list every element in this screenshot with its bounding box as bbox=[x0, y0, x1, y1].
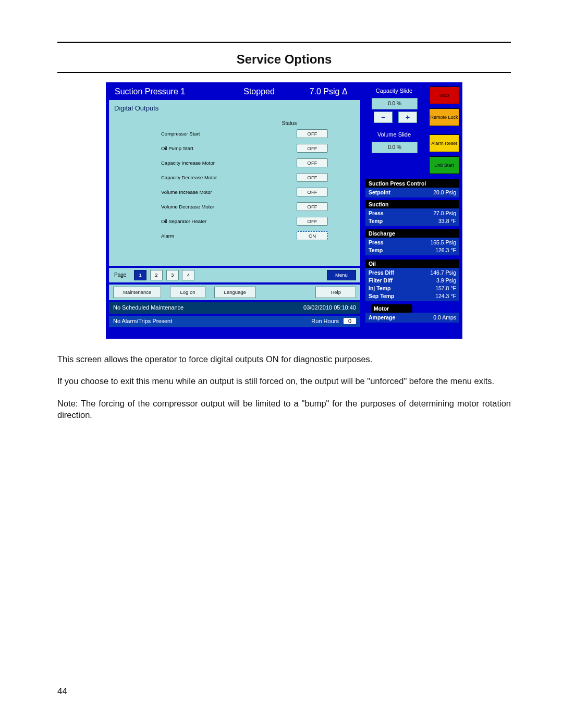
output-toggle[interactable]: OFF bbox=[297, 217, 328, 226]
discharge-header: Discharge bbox=[365, 229, 459, 238]
page-button-3[interactable]: 3 bbox=[166, 270, 179, 280]
runhours-value: 0 bbox=[344, 318, 356, 324]
body-paragraph-2: If you choose to exit this menu while an… bbox=[57, 375, 511, 387]
status-column-header: Status bbox=[268, 120, 310, 129]
volume-slide-value: 0.0 % bbox=[372, 142, 418, 153]
spc-body: Setpoint20.0 Psig bbox=[365, 188, 459, 198]
output-toggle[interactable]: ON bbox=[297, 231, 328, 240]
page-button-2[interactable]: 2 bbox=[150, 270, 163, 280]
output-toggle[interactable]: OFF bbox=[297, 158, 328, 167]
output-label: Oil Pump Start bbox=[109, 145, 291, 151]
motor-header: Motor bbox=[371, 304, 412, 313]
topbar-left: Suction Pressure 1 bbox=[109, 84, 224, 99]
output-label: Capacity Increase Motor bbox=[109, 160, 291, 166]
page-button-1[interactable]: 1 bbox=[134, 270, 146, 280]
topbar-reading: 7.0 Psig Δ bbox=[295, 84, 362, 99]
output-label: Alarm bbox=[109, 233, 291, 239]
capacity-slide-value: 0.0 % bbox=[372, 98, 418, 109]
oil-body: Press Diff146.7 Psig Filter Diff3.9 Psig… bbox=[365, 268, 459, 301]
output-label: Capacity Decrease Motor bbox=[109, 175, 291, 180]
toolbar: Maintenance Log on Language Help bbox=[109, 285, 360, 300]
body-paragraph-1: This screen allows the operator to force… bbox=[57, 353, 511, 365]
page-button-4[interactable]: 4 bbox=[182, 270, 194, 280]
remote-lock-button[interactable]: Remote Lock bbox=[429, 108, 459, 126]
menu-button[interactable]: Menu bbox=[327, 270, 356, 280]
page-label: Page bbox=[109, 268, 131, 278]
spc-header: Suction Press Control bbox=[365, 179, 459, 188]
alarm-reset-button[interactable]: Alarm Reset bbox=[429, 134, 459, 152]
body-paragraph-3: Note: The forcing of the compressor outp… bbox=[57, 398, 511, 421]
output-toggle[interactable]: OFF bbox=[297, 188, 328, 196]
runhours-label: Run Hours bbox=[311, 318, 339, 324]
page-title: Service Options bbox=[57, 52, 511, 67]
logon-button[interactable]: Log on bbox=[170, 287, 205, 298]
output-toggle[interactable]: OFF bbox=[297, 129, 328, 138]
output-label: Compressor Start bbox=[109, 131, 291, 137]
capacity-plus-button[interactable]: + bbox=[398, 112, 417, 123]
page-number: 44 bbox=[57, 686, 67, 697]
help-button[interactable]: Help bbox=[315, 287, 356, 298]
topbar-status: Stopped bbox=[225, 84, 293, 99]
digital-outputs-panel: Digital Outputs Status Compressor StartO… bbox=[109, 100, 360, 266]
output-toggle[interactable]: OFF bbox=[297, 173, 328, 182]
capacity-minus-button[interactable]: − bbox=[374, 112, 393, 123]
motor-body: Amperage0.0 Amps bbox=[365, 313, 459, 323]
volume-slide-title: Volume Slide bbox=[365, 131, 423, 138]
output-label: Volume Decrease Motor bbox=[109, 204, 291, 209]
output-toggle[interactable]: OFF bbox=[297, 202, 328, 211]
oil-header: Oil bbox=[365, 260, 459, 268]
suction-header: Suction bbox=[365, 200, 459, 208]
capacity-slide-title: Capacity Slide bbox=[365, 88, 423, 94]
discharge-body: Press165.5 Psig Temp126.3 °F bbox=[365, 238, 459, 255]
hmi-screenshot: Suction Pressure 1 Stopped 7.0 Psig Δ Di… bbox=[106, 82, 462, 339]
language-button[interactable]: Language bbox=[214, 287, 256, 298]
maintenance-status: No Scheduled Maintenance bbox=[109, 302, 188, 313]
maintenance-status-bar: No Scheduled Maintenance 03/02/2010 05:1… bbox=[109, 302, 360, 314]
output-label: Oil Separator Heater bbox=[109, 218, 291, 224]
pager-bar: Page 1 2 3 4 Menu bbox=[109, 268, 360, 282]
datetime: 03/02/2010 05:10:40 bbox=[299, 302, 360, 313]
stop-button[interactable]: Stop bbox=[429, 87, 459, 104]
unit-start-button[interactable]: Unit Start bbox=[429, 156, 459, 174]
output-label: Volume Increase Motor bbox=[109, 189, 291, 195]
alarm-status: No Alarm/Trips Present bbox=[109, 316, 176, 326]
output-toggle[interactable]: OFF bbox=[297, 144, 328, 153]
panel-title: Digital Outputs bbox=[109, 100, 360, 120]
suction-body: Press27.0 Psig Temp33.8 °F bbox=[365, 208, 459, 226]
maintenance-button[interactable]: Maintenance bbox=[113, 287, 161, 298]
alarm-status-bar: No Alarm/Trips Present Run Hours 0 bbox=[109, 316, 360, 327]
